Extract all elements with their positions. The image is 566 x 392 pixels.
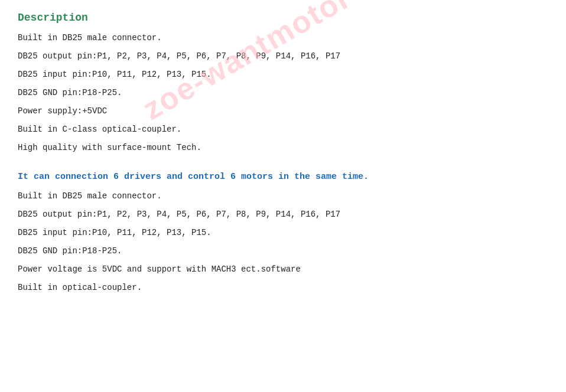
description-heading: Description	[18, 12, 548, 24]
section2-highlight: It can connection 6 drivers and control …	[18, 172, 548, 182]
spacer	[18, 160, 548, 172]
section2-line2: DB25 output pin:P1, P2, P3, P4, P5, P6, …	[18, 208, 548, 221]
section1-line1: Built in DB25 male connector.	[18, 32, 548, 44]
section1-line4: DB25 GND pin:P18-P25.	[18, 87, 548, 99]
section1-line2: DB25 output pin:P1, P2, P3, P4, P5, P6, …	[18, 50, 548, 63]
section2-line5: Power voltage is 5VDC and support with M…	[18, 263, 548, 276]
section1-line5: Power supply:+5VDC	[18, 105, 548, 117]
section1-line3: DB25 input pin:P10, P11, P12, P13, P15.	[18, 68, 548, 81]
section1-line6: Built in C-class optical-coupler.	[18, 123, 548, 136]
page-container: zoe-wantmotor Description Built in DB25 …	[0, 0, 566, 312]
section2-line1: Built in DB25 male connector.	[18, 190, 548, 202]
section2-line6: Built in optical-coupler.	[18, 282, 548, 294]
section2-line3: DB25 input pin:P10, P11, P12, P13, P15.	[18, 227, 548, 239]
section2-line4: DB25 GND pin:P18-P25.	[18, 245, 548, 257]
section1-line7: High quality with surface-mount Tech.	[18, 142, 548, 154]
